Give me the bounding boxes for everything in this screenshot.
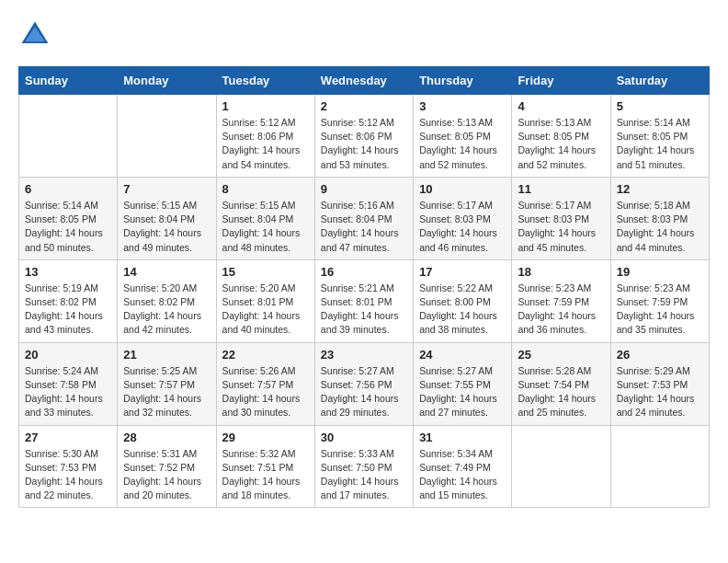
sunset: Sunset: 8:05 PM [25,213,97,224]
calendar-cell: 12 Sunrise: 5:18 AM Sunset: 8:03 PM Dayl… [610,177,709,259]
daylight: Daylight: 14 hours and 30 minutes. [222,393,301,418]
cell-info: Sunrise: 5:15 AM Sunset: 8:04 PM Dayligh… [123,199,210,255]
cell-info: Sunrise: 5:21 AM Sunset: 8:01 PM Dayligh… [321,282,407,338]
cell-info: Sunrise: 5:13 AM Sunset: 8:05 PM Dayligh… [419,116,506,172]
cell-info: Sunrise: 5:20 AM Sunset: 8:01 PM Dayligh… [222,282,309,338]
calendar-cell: 20 Sunrise: 5:24 AM Sunset: 7:58 PM Dayl… [19,342,118,425]
sunset: Sunset: 7:49 PM [419,462,491,473]
calendar-cell: 6 Sunrise: 5:14 AM Sunset: 8:05 PM Dayli… [19,177,118,259]
page-header [18,18,710,52]
sunrise: Sunrise: 5:21 AM [321,282,394,293]
calendar-cell: 7 Sunrise: 5:15 AM Sunset: 8:04 PM Dayli… [118,177,216,259]
calendar-cell: 16 Sunrise: 5:21 AM Sunset: 8:01 PM Dayl… [314,259,413,342]
cell-info: Sunrise: 5:22 AM Sunset: 8:00 PM Dayligh… [419,282,506,338]
cell-info: Sunrise: 5:14 AM Sunset: 8:05 PM Dayligh… [617,116,703,172]
calendar-cell: 23 Sunrise: 5:27 AM Sunset: 7:56 PM Dayl… [314,342,413,425]
sunset: Sunset: 7:58 PM [25,379,97,390]
day-number: 29 [222,431,309,444]
calendar-table: SundayMondayTuesdayWednesdayThursdayFrid… [18,66,710,508]
cell-info: Sunrise: 5:26 AM Sunset: 7:57 PM Dayligh… [222,364,309,420]
sunset: Sunset: 8:02 PM [25,296,97,307]
cell-info: Sunrise: 5:16 AM Sunset: 8:04 PM Dayligh… [321,199,407,255]
day-number: 4 [518,99,604,113]
sunset: Sunset: 8:03 PM [617,213,688,224]
calendar-cell: 2 Sunrise: 5:12 AM Sunset: 8:06 PM Dayli… [314,95,413,178]
day-number: 8 [222,182,309,196]
cell-info: Sunrise: 5:15 AM Sunset: 8:04 PM Dayligh… [222,199,309,255]
weekday-header: Saturday [610,67,709,95]
daylight: Daylight: 14 hours and 27 minutes. [419,393,497,418]
sunset: Sunset: 7:53 PM [617,379,688,390]
daylight: Daylight: 14 hours and 47 minutes. [321,227,399,252]
sunrise: Sunrise: 5:23 AM [617,282,690,293]
sunrise: Sunrise: 5:24 AM [25,365,98,376]
weekday-header: Thursday [414,67,512,95]
cell-info: Sunrise: 5:18 AM Sunset: 8:03 PM Dayligh… [617,199,703,255]
day-number: 2 [321,99,407,113]
daylight: Daylight: 14 hours and 15 minutes. [419,476,497,500]
sunset: Sunset: 8:01 PM [321,296,392,307]
daylight: Daylight: 14 hours and 52 minutes. [518,144,596,169]
daylight: Daylight: 14 hours and 32 minutes. [123,393,201,418]
daylight: Daylight: 14 hours and 53 minutes. [321,144,399,169]
sunset: Sunset: 8:04 PM [123,213,195,224]
cell-info: Sunrise: 5:20 AM Sunset: 8:02 PM Dayligh… [123,282,210,338]
sunrise: Sunrise: 5:14 AM [617,117,690,128]
daylight: Daylight: 14 hours and 29 minutes. [321,393,399,418]
sunset: Sunset: 7:55 PM [419,379,491,390]
calendar-cell: 5 Sunrise: 5:14 AM Sunset: 8:05 PM Dayli… [610,95,709,178]
sunset: Sunset: 7:54 PM [518,379,589,390]
day-number: 22 [222,348,309,362]
day-number: 10 [419,182,506,196]
cell-info: Sunrise: 5:17 AM Sunset: 8:03 PM Dayligh… [419,199,506,255]
calendar-cell: 24 Sunrise: 5:27 AM Sunset: 7:55 PM Dayl… [414,342,512,425]
sunrise: Sunrise: 5:16 AM [321,200,394,211]
weekday-row: SundayMondayTuesdayWednesdayThursdayFrid… [19,67,710,95]
cell-info: Sunrise: 5:17 AM Sunset: 8:03 PM Dayligh… [518,199,604,255]
sunrise: Sunrise: 5:31 AM [123,448,197,459]
daylight: Daylight: 14 hours and 44 minutes. [617,227,695,252]
cell-info: Sunrise: 5:14 AM Sunset: 8:05 PM Dayligh… [25,199,111,255]
sunrise: Sunrise: 5:34 AM [419,448,493,459]
daylight: Daylight: 14 hours and 51 minutes. [617,144,695,169]
calendar-cell: 8 Sunrise: 5:15 AM Sunset: 8:04 PM Dayli… [216,177,314,259]
sunrise: Sunrise: 5:26 AM [222,365,296,376]
calendar-cell: 11 Sunrise: 5:17 AM Sunset: 8:03 PM Dayl… [512,177,610,259]
sunrise: Sunrise: 5:23 AM [518,282,591,293]
sunrise: Sunrise: 5:17 AM [518,200,591,211]
daylight: Daylight: 14 hours and 45 minutes. [518,227,596,252]
calendar-cell: 25 Sunrise: 5:28 AM Sunset: 7:54 PM Dayl… [512,342,610,425]
sunset: Sunset: 8:04 PM [222,213,294,224]
calendar-cell: 4 Sunrise: 5:13 AM Sunset: 8:05 PM Dayli… [512,95,610,178]
calendar-week-row: 13 Sunrise: 5:19 AM Sunset: 8:02 PM Dayl… [19,259,710,342]
sunrise: Sunrise: 5:15 AM [222,200,296,211]
cell-info: Sunrise: 5:28 AM Sunset: 7:54 PM Dayligh… [518,364,604,420]
cell-info: Sunrise: 5:29 AM Sunset: 7:53 PM Dayligh… [617,364,703,420]
day-number: 14 [123,265,210,279]
daylight: Daylight: 14 hours and 35 minutes. [617,310,695,335]
sunrise: Sunrise: 5:12 AM [321,117,394,128]
cell-info: Sunrise: 5:24 AM Sunset: 7:58 PM Dayligh… [25,364,111,420]
daylight: Daylight: 14 hours and 48 minutes. [222,227,301,252]
daylight: Daylight: 14 hours and 52 minutes. [419,144,497,169]
sunrise: Sunrise: 5:28 AM [518,365,591,376]
sunrise: Sunrise: 5:22 AM [419,282,493,293]
day-number: 27 [25,431,111,444]
daylight: Daylight: 14 hours and 43 minutes. [25,310,103,335]
calendar-week-row: 27 Sunrise: 5:30 AM Sunset: 7:53 PM Dayl… [19,425,710,508]
sunset: Sunset: 7:57 PM [222,379,294,390]
cell-info: Sunrise: 5:31 AM Sunset: 7:52 PM Dayligh… [123,447,210,503]
daylight: Daylight: 14 hours and 54 minutes. [222,144,301,169]
cell-info: Sunrise: 5:27 AM Sunset: 7:55 PM Dayligh… [419,364,506,420]
daylight: Daylight: 14 hours and 24 minutes. [617,393,695,418]
sunset: Sunset: 8:05 PM [518,131,589,142]
calendar-cell: 22 Sunrise: 5:26 AM Sunset: 7:57 PM Dayl… [216,342,314,425]
sunset: Sunset: 8:05 PM [617,131,688,142]
day-number: 15 [222,265,309,279]
daylight: Daylight: 14 hours and 46 minutes. [419,227,497,252]
calendar-cell: 18 Sunrise: 5:23 AM Sunset: 7:59 PM Dayl… [512,259,610,342]
calendar-week-row: 1 Sunrise: 5:12 AM Sunset: 8:06 PM Dayli… [19,95,710,178]
daylight: Daylight: 14 hours and 38 minutes. [419,310,497,335]
day-number: 18 [518,265,604,279]
cell-info: Sunrise: 5:12 AM Sunset: 8:06 PM Dayligh… [321,116,407,172]
